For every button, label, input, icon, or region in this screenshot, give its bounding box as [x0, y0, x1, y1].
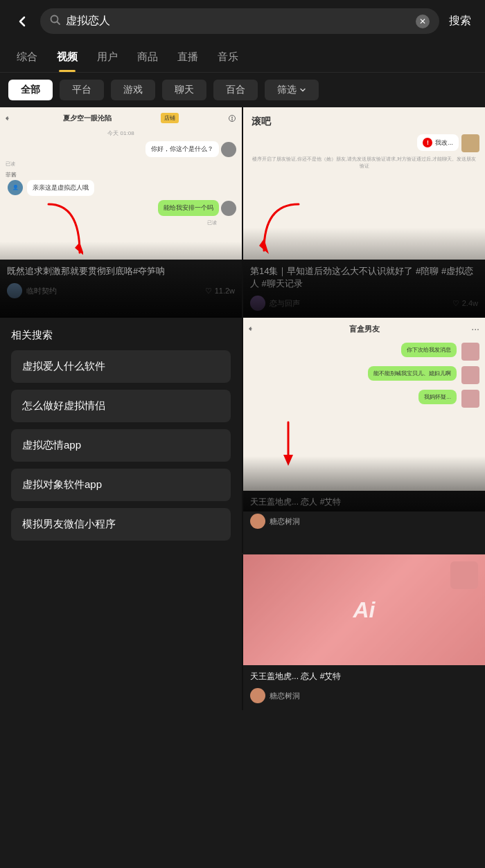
bottom-author-name-left: 糖恋树洞 [270, 516, 300, 527]
system-message: 楼序开启了朋友验证,你还不是他（她）朋友,请先发送朋友验证请求,对方验证通过后,… [249, 156, 479, 170]
search-input[interactable]: 虚拟恋人 [66, 14, 410, 28]
tab-用户[interactable]: 用户 [87, 42, 127, 72]
blurred-thumbnail: Ai [243, 554, 485, 665]
author-name-left: 临时契约 [26, 286, 57, 296]
header: 虚拟恋人 ✕ 搜索 [0, 0, 485, 42]
bottom-video-meta-right: 糖恋树洞 [250, 688, 478, 703]
heart-icon-left: ♡ [205, 287, 212, 296]
video-thumbnail-left: 夏夕空一眼沦陷 店铺 今天 01:08 你好，你这个是什么？ 已读 菲酱 👤 [0, 107, 242, 260]
search-bar[interactable]: 虚拟恋人 ✕ [40, 8, 439, 34]
likes-right: ♡ 2.4w [452, 299, 478, 308]
bottom-video-info-right: 天王盖地虎... 恋人 #艾特 糖恋树洞 [243, 665, 485, 710]
filter-all[interactable]: 全部 [8, 80, 53, 100]
bottom-author-name-right: 糖恋树洞 [270, 691, 300, 701]
roll-text: 滚吧 [249, 113, 479, 131]
search-icon [50, 15, 60, 28]
related-item-2[interactable]: 虚拟恋情app [11, 429, 231, 462]
related-item-1[interactable]: 怎么做好虚拟情侣 [11, 390, 231, 422]
heart-icon-right: ♡ [452, 299, 459, 308]
video-info-left: 既然追求刺激那就要贯彻到底咯#夺笋呐 临时契约 ♡ 11.2w [0, 260, 242, 305]
bottom-avatar-left [250, 514, 265, 529]
tab-商品[interactable]: 商品 [127, 42, 168, 72]
bottom-video-title-right: 天王盖地虎... 恋人 #艾特 [250, 671, 478, 682]
related-item-0[interactable]: 虚拟爱人什么软件 [11, 350, 231, 383]
tab-视频[interactable]: 视频 [47, 42, 87, 72]
blind-box-thumbnail: 盲盒男友 ··· 你下次给我发消息 能不能别喊我宝贝儿、媳妇儿啊 我妈怀疑... [243, 318, 485, 491]
chat-message-3: 能给我安排一个吗 [6, 200, 236, 216]
bottom-author-left: 糖恋树洞 [250, 514, 300, 529]
video-card-blurred[interactable]: Ai 天王盖地虎... 恋人 #艾特 糖恋树洞 [243, 554, 485, 710]
video-card-right[interactable]: 滚吧 ! 我改... 楼序开启了朋友验证,你还不是他（她）朋友,请先发送朋友验证… [243, 107, 485, 318]
filter-game[interactable]: 游戏 [111, 80, 155, 100]
avatar-right-1 [221, 142, 236, 157]
likes-left: ♡ 11.2w [205, 287, 235, 296]
author-avatar-left [7, 283, 22, 298]
video-author-right: 恋与回声 [250, 296, 300, 311]
video-grid: 夏夕空一眼沦陷 店铺 今天 01:08 你好，你这个是什么？ 已读 菲酱 👤 [0, 107, 485, 318]
author-avatar-right [250, 296, 265, 311]
bottom-blurred-section: Ai 天王盖地虎... 恋人 #艾特 糖恋树洞 [0, 554, 485, 710]
chat-preview-right: 滚吧 ! 我改... 楼序开启了朋友验证,你还不是他（她）朋友,请先发送朋友验证… [243, 107, 485, 260]
tab-直播[interactable]: 直播 [168, 42, 208, 72]
video-meta-right: 恋与回声 ♡ 2.4w [250, 296, 478, 311]
video-title-left: 既然追求刺激那就要贯彻到底咯#夺笋呐 [7, 265, 235, 278]
chat-time: 今天 01:08 [6, 129, 236, 137]
bottom-avatar-right [250, 688, 265, 703]
filter-platform[interactable]: 平台 [60, 80, 104, 100]
video-thumbnail-right: 滚吧 ! 我改... 楼序开启了朋友验证,你还不是他（她）朋友,请先发送朋友验证… [243, 107, 485, 260]
video-card-blind-box[interactable]: 盲盒男友 ··· 你下次给我发消息 能不能别喊我宝贝儿、媳妇儿啊 我妈怀疑... [243, 318, 485, 553]
tab-综合[interactable]: 综合 [7, 42, 47, 72]
author-name-right: 恋与回声 [270, 298, 300, 309]
filter-more-button[interactable]: 筛选 [265, 80, 319, 100]
filter-chat[interactable]: 聊天 [162, 80, 206, 100]
video-card-left[interactable]: 夏夕空一眼沦陷 店铺 今天 01:08 你好，你这个是什么？ 已读 菲酱 👤 [0, 107, 242, 318]
video-info-right: 第14集｜早知道后劲这么大不认识就好了 #陪聊 #虚拟恋人 #聊天记录 恋与回声… [243, 260, 485, 318]
bottom-video-meta-left: 糖恋树洞 [250, 514, 478, 529]
svg-point-3 [231, 116, 233, 118]
blind-box-dots: ··· [471, 323, 479, 334]
video-author-left: 临时契约 [7, 283, 57, 298]
filter-baihue[interactable]: 百合 [213, 80, 258, 100]
avatar-right-2 [221, 201, 236, 216]
chat-preview-left: 夏夕空一眼沦陷 店铺 今天 01:08 你好，你这个是什么？ 已读 菲酱 👤 [0, 107, 242, 260]
bottom-author-right: 糖恋树洞 [250, 688, 300, 703]
avatar-left: 👤 [8, 180, 23, 195]
filter-row: 全部 平台 游戏 聊天 百合 筛选 [0, 73, 485, 107]
mixed-section: 相关搜索 虚拟爱人什么软件 怎么做好虚拟情侣 虚拟恋情app 虚拟对象软件app… [0, 318, 485, 553]
chat-title: 夏夕空一眼沦陷 [63, 114, 112, 123]
related-item-4[interactable]: 模拟男友微信小程序 [11, 508, 231, 541]
chat-message-1: 你好，你这个是什么？ [6, 141, 236, 157]
tab-音乐[interactable]: 音乐 [208, 42, 248, 72]
avatar-thumb [461, 134, 479, 152]
svg-line-1 [58, 22, 60, 25]
related-item-3[interactable]: 虚拟对象软件app [11, 469, 231, 501]
ai-watermark: Ai [353, 597, 376, 623]
error-icon: ! [423, 138, 432, 147]
bottom-video-info-left: 天王盖地虎... 恋人 #艾特 糖恋树洞 [243, 491, 485, 536]
clear-button[interactable]: ✕ [416, 15, 430, 28]
store-badge: 店铺 [161, 113, 179, 123]
tabs-row: 综合 视频 用户 商品 直播 音乐 [0, 42, 485, 73]
sender-name: 菲酱 [6, 171, 236, 179]
related-title: 相关搜索 [11, 329, 231, 342]
back-button[interactable] [11, 10, 33, 33]
video-title-right: 第14集｜早知道后劲这么大不认识就好了 #陪聊 #虚拟恋人 #聊天记录 [250, 265, 478, 290]
search-confirm-button[interactable]: 搜索 [446, 14, 474, 28]
blind-box-title: 盲盒男友 [349, 324, 380, 334]
video-meta-left: 临时契约 ♡ 11.2w [7, 283, 235, 298]
related-searches-section: 相关搜索 虚拟爱人什么软件 怎么做好虚拟情侣 虚拟恋情app 虚拟对象软件app… [0, 318, 242, 553]
bottom-video-title-left: 天王盖地虎... 恋人 #艾特 [250, 496, 478, 508]
